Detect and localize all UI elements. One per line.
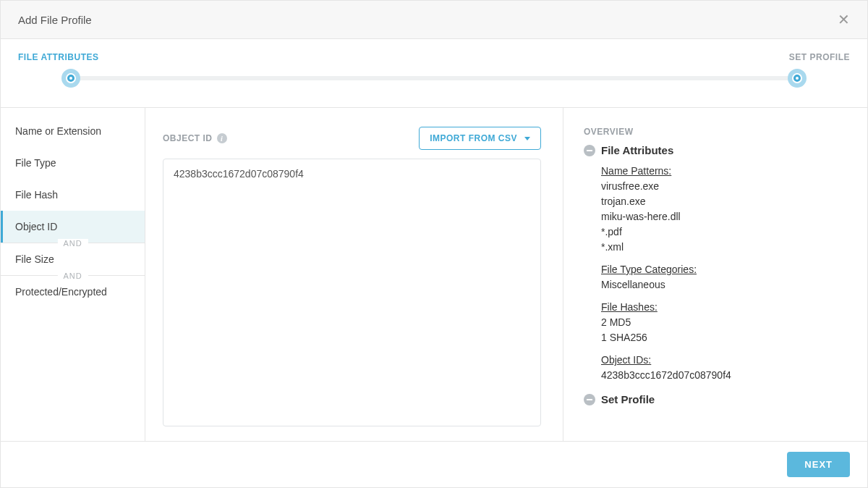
- collapse-icon: [584, 145, 595, 156]
- collapse-icon: [584, 394, 595, 405]
- overview-value: 4238b3ccc1672d07c08790f4: [601, 368, 846, 383]
- overview-file-type: File Type Categories: Miscellaneous: [601, 262, 846, 293]
- object-id-textarea[interactable]: [163, 159, 541, 426]
- overview-sub-label: Object IDs:: [601, 353, 846, 368]
- overview-sub-label: File Type Categories:: [601, 262, 846, 277]
- sidebar-item-protected-encrypted[interactable]: Protected/Encrypted: [1, 276, 145, 308]
- sidebar-item-label: Object ID: [15, 221, 57, 232]
- step-labels: FILE ATTRIBUTES SET PROFILE: [18, 52, 850, 62]
- step-track: [18, 67, 850, 90]
- modal-header: Add File Profile ✕: [1, 1, 867, 39]
- overview-value: *.pdf: [601, 224, 846, 240]
- step-file-attributes-label: FILE ATTRIBUTES: [18, 52, 99, 62]
- overview-sub-label: File Hashes:: [601, 300, 846, 315]
- close-icon[interactable]: ✕: [838, 12, 850, 27]
- overview-value: *.xml: [601, 240, 846, 255]
- step-line: [75, 76, 793, 80]
- overview-title: OVERVIEW: [584, 127, 846, 137]
- import-from-csv-button[interactable]: IMPORT FROM CSV: [419, 127, 541, 150]
- overview-name-patterns: Name Patterns: virusfree.exe trojan.exe …: [601, 164, 846, 255]
- main-head: OBJECT ID i IMPORT FROM CSV: [163, 127, 541, 150]
- field-label-text: OBJECT ID: [163, 133, 213, 143]
- import-button-label: IMPORT FROM CSV: [430, 133, 517, 143]
- add-file-profile-modal: Add File Profile ✕ FILE ATTRIBUTES SET P…: [0, 0, 868, 488]
- overview-value: trojan.exe: [601, 194, 846, 209]
- overview-section-set-profile[interactable]: Set Profile: [584, 393, 846, 405]
- overview-file-hashes: File Hashes: 2 MD5 1 SHA256: [601, 300, 846, 345]
- sidebar-item-name-extension[interactable]: Name or Extension: [1, 115, 145, 147]
- sidebar-item-label: File Hash: [15, 189, 58, 201]
- sidebar-item-object-id[interactable]: Object ID: [1, 211, 145, 243]
- sidebar-item-label: Name or Extension: [15, 125, 101, 137]
- modal-title: Add File Profile: [18, 14, 92, 26]
- sidebar-item-label: Protected/Encrypted: [15, 286, 107, 298]
- overview-value: miku-was-here.dll: [601, 209, 846, 224]
- modal-body: Name or Extension File Type File Hash Ob…: [1, 108, 867, 441]
- sidebar-item-file-size[interactable]: File Size: [1, 243, 145, 275]
- overview-value: virusfree.exe: [601, 179, 846, 194]
- step-set-profile-label: SET PROFILE: [789, 52, 850, 62]
- attribute-sidebar: Name or Extension File Type File Hash Ob…: [1, 108, 145, 441]
- step-dot-file-attributes[interactable]: [61, 69, 80, 88]
- sidebar-item-file-hash[interactable]: File Hash: [1, 179, 145, 211]
- sidebar-item-file-type[interactable]: File Type: [1, 147, 145, 179]
- step-dot-set-profile[interactable]: [788, 69, 807, 88]
- main-panel: OBJECT ID i IMPORT FROM CSV: [145, 108, 563, 441]
- overview-sub-label: Name Patterns:: [601, 164, 846, 179]
- overview-object-ids: Object IDs: 4238b3ccc1672d07c08790f4: [601, 353, 846, 383]
- overview-section-label: Set Profile: [601, 393, 655, 405]
- sidebar-item-label: File Size: [15, 253, 54, 265]
- overview-section-label: File Attributes: [601, 144, 673, 156]
- chevron-down-icon: [524, 137, 530, 140]
- info-icon[interactable]: i: [217, 133, 227, 143]
- overview-section-file-attributes[interactable]: File Attributes: [584, 144, 846, 156]
- next-button[interactable]: NEXT: [787, 452, 850, 477]
- overview-value: Miscellaneous: [601, 277, 846, 293]
- object-id-label: OBJECT ID i: [163, 133, 227, 143]
- overview-value: 2 MD5: [601, 315, 846, 330]
- overview-panel: OVERVIEW File Attributes Name Patterns: …: [563, 108, 867, 441]
- wizard-stepper: FILE ATTRIBUTES SET PROFILE: [1, 39, 867, 108]
- modal-footer: NEXT: [1, 441, 867, 487]
- overview-value: 1 SHA256: [601, 330, 846, 345]
- sidebar-item-label: File Type: [15, 157, 56, 169]
